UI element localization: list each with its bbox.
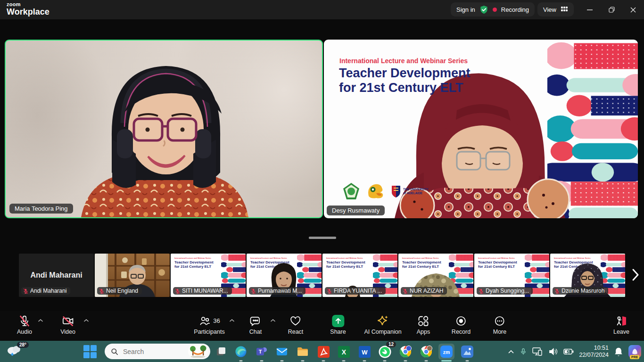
muted-mic-icon bbox=[174, 288, 181, 294]
edge-browser-icon[interactable] bbox=[233, 344, 249, 360]
audio-options-chevron[interactable] bbox=[38, 319, 43, 322]
filmstrip-tile-nur-azizah[interactable]: International Lecture and Webinar Series… bbox=[398, 254, 473, 297]
video-tile-desy-rusmawaty[interactable]: International Lecture and Webinar Series… bbox=[324, 40, 638, 218]
windows-taskbar: 28° bbox=[0, 341, 644, 362]
start-button[interactable] bbox=[83, 345, 97, 359]
notification-bell-icon[interactable]: z bbox=[614, 346, 623, 357]
more-button[interactable]: More bbox=[493, 314, 506, 335]
ai-companion-button[interactable]: AI Companion bbox=[364, 314, 401, 335]
name-tag-desy: Desy Rusmawaty bbox=[327, 206, 385, 215]
temperature-badge: 28° bbox=[17, 342, 29, 348]
mail-icon[interactable] bbox=[274, 344, 290, 360]
volume-icon[interactable] bbox=[549, 347, 558, 356]
clock-date: 22/07/2024 bbox=[579, 352, 609, 359]
minimize-button[interactable] bbox=[579, 0, 601, 19]
video-options-chevron[interactable] bbox=[83, 319, 89, 322]
chrome-profile2-icon[interactable] bbox=[418, 344, 434, 360]
minimize-icon bbox=[587, 7, 593, 13]
layout-divider-handle[interactable] bbox=[309, 237, 336, 239]
react-button[interactable]: React bbox=[288, 314, 304, 335]
audio-button[interactable]: Audio bbox=[17, 314, 32, 335]
zoom-app-icon[interactable]: zm bbox=[438, 344, 454, 360]
share-button[interactable]: Share bbox=[330, 314, 346, 335]
slide-series-text: International Lecture and Webinar Series bbox=[339, 57, 468, 65]
filmstrip-tile-dzunie-masruroh[interactable]: International Lecture and Webinar Series… bbox=[550, 254, 625, 297]
chevron-right-icon bbox=[632, 268, 639, 281]
participants-button[interactable]: 36 Participants bbox=[194, 314, 224, 335]
restore-button[interactable] bbox=[601, 0, 622, 19]
mic-in-use-icon[interactable] bbox=[520, 347, 527, 356]
logo-workplace-text: Workplace bbox=[7, 8, 50, 16]
file-explorer-icon[interactable] bbox=[295, 344, 311, 360]
video-tile-maria-teodora-ping[interactable]: Maria Teodora Ping bbox=[5, 40, 323, 218]
cast-display-icon[interactable] bbox=[532, 347, 544, 356]
zoom-workplace-logo: zoom Workplace bbox=[7, 2, 50, 16]
task-view-button[interactable] bbox=[213, 344, 229, 360]
participants-options-chevron[interactable] bbox=[229, 319, 235, 322]
system-tray: 10:51 22/07/2024 z PRE bbox=[508, 341, 641, 362]
filmstrip-tile-dyah-sungging[interactable]: International Lecture and Webinar Series… bbox=[474, 254, 549, 297]
filmstrip-tile-purnamawati[interactable]: International Lecture and Webinar Series… bbox=[247, 254, 322, 297]
name-tag: Dzunie Masruroh bbox=[553, 287, 608, 295]
excel-icon[interactable]: X bbox=[336, 344, 352, 360]
apps-button[interactable]: Apps bbox=[417, 314, 430, 335]
teams-icon[interactable]: T bbox=[254, 344, 270, 360]
participants-count: 36 bbox=[213, 317, 220, 324]
view-button[interactable]: View bbox=[537, 2, 574, 16]
battery-icon[interactable] bbox=[563, 348, 574, 355]
zoom-meeting-window: zoom Workplace Sign in Recording View bbox=[0, 0, 644, 362]
meeting-toolbar: Audio Video 36 Participants bbox=[0, 311, 644, 341]
close-icon bbox=[630, 7, 636, 13]
name-tag: Dyah Sungging... bbox=[477, 287, 533, 295]
whatsapp-icon[interactable]: 12 bbox=[377, 344, 393, 360]
filmstrip-tile-siti-munawar[interactable]: International Lecture and Webinar Series… bbox=[171, 254, 246, 297]
svg-text:z: z bbox=[621, 346, 623, 351]
search-daily-image[interactable] bbox=[188, 345, 208, 358]
taskbar-search[interactable] bbox=[105, 344, 210, 359]
close-button[interactable] bbox=[622, 0, 644, 19]
record-button[interactable]: Record bbox=[452, 314, 471, 335]
filmstrip-tile-neil-england[interactable]: Neil England bbox=[95, 254, 170, 297]
encryption-shield-icon[interactable] bbox=[479, 5, 488, 14]
copilot-pre-badge: PRE bbox=[630, 355, 639, 359]
recording-dot-icon bbox=[493, 8, 497, 12]
search-input[interactable] bbox=[122, 347, 174, 356]
copilot-icon[interactable]: PRE bbox=[628, 345, 641, 358]
leave-button[interactable]: Leave bbox=[613, 314, 629, 335]
name-tag-maria: Maria Teodora Ping bbox=[9, 204, 73, 214]
adelaide-crest-icon bbox=[391, 185, 401, 198]
muted-mic-icon bbox=[23, 288, 29, 294]
name-tag: Andi Maharani bbox=[21, 287, 70, 295]
view-label: View bbox=[543, 6, 556, 13]
name-tag: NUR AZIZAH bbox=[401, 287, 447, 295]
whatsapp-badge: 12 bbox=[386, 341, 396, 347]
taskbar-clock[interactable]: 10:51 22/07/2024 bbox=[579, 345, 609, 359]
acrobat-icon[interactable] bbox=[315, 344, 331, 360]
search-icon bbox=[111, 348, 118, 355]
video-button[interactable]: Video bbox=[60, 314, 75, 335]
leave-icon bbox=[615, 315, 627, 327]
chrome-profile1-icon[interactable] bbox=[397, 344, 413, 360]
slide-title-text: Teacher Developmentfor 21st Century ELT bbox=[339, 66, 471, 95]
chat-button[interactable]: Chat bbox=[249, 314, 262, 335]
photos-icon[interactable] bbox=[459, 344, 475, 360]
svg-text:T: T bbox=[259, 349, 262, 354]
filmstrip-tile-firda-yuanita[interactable]: International Lecture and Webinar Series… bbox=[322, 254, 397, 297]
tray-expand-chevron[interactable] bbox=[508, 349, 514, 354]
filmstrip-tile-andi-maharani[interactable]: Andi Maharani Andi Maharani bbox=[19, 254, 94, 297]
word-icon[interactable]: W bbox=[356, 344, 372, 360]
muted-mic-icon bbox=[326, 288, 332, 294]
weather-widget[interactable]: 28° bbox=[5, 342, 31, 361]
name-tag: Neil England bbox=[97, 287, 142, 295]
adelaide-text: THE UNIVERSITYof ADELAIDE bbox=[403, 188, 429, 195]
name-tag: SITI MUNAWAR... bbox=[173, 287, 232, 295]
university-of-adelaide-logo: THE UNIVERSITYof ADELAIDE bbox=[391, 185, 429, 198]
sign-in-button[interactable]: Sign in bbox=[456, 6, 475, 13]
chat-options-chevron[interactable] bbox=[270, 319, 276, 322]
organizer-logos: THE UNIVERSITYof ADELAIDE bbox=[343, 182, 429, 200]
filmstrip-next-button[interactable] bbox=[629, 264, 642, 285]
name-tag: FIRDA YUANITA ... bbox=[325, 287, 386, 295]
restore-icon bbox=[609, 7, 615, 13]
video-off-icon bbox=[62, 315, 74, 327]
clock-time: 10:51 bbox=[579, 345, 609, 352]
